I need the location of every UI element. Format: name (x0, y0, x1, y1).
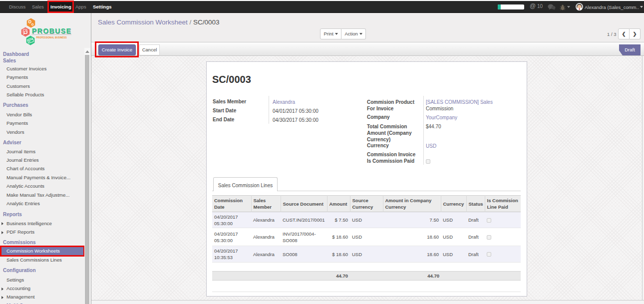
svg-text:PROBUSE: PROBUSE (32, 27, 71, 35)
svg-text:PROFESSIONAL BUSINESS: PROFESSIONAL BUSINESS (36, 36, 67, 39)
